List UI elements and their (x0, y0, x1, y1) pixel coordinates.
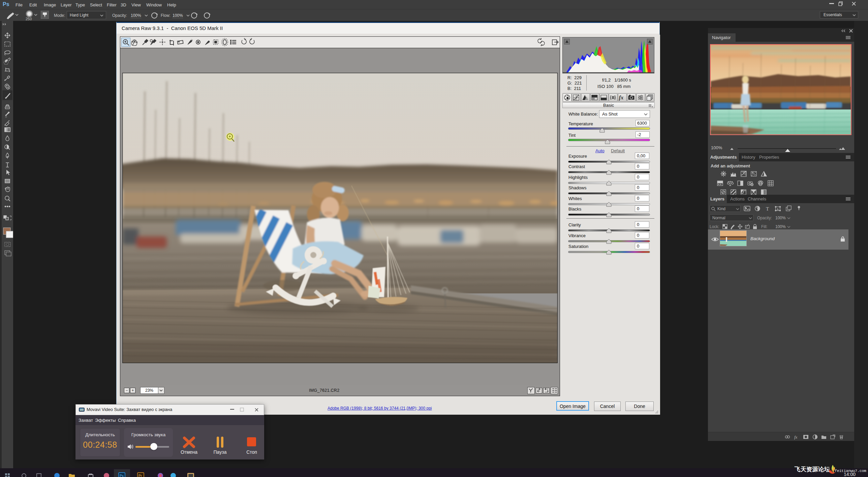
svg-text:Pr: Pr (138, 474, 142, 477)
svg-text:T: T (766, 206, 769, 212)
svg-text:fx: fx (619, 95, 623, 101)
svg-text:fx: fx (794, 435, 798, 440)
svg-text:Ps: Ps (120, 474, 124, 477)
